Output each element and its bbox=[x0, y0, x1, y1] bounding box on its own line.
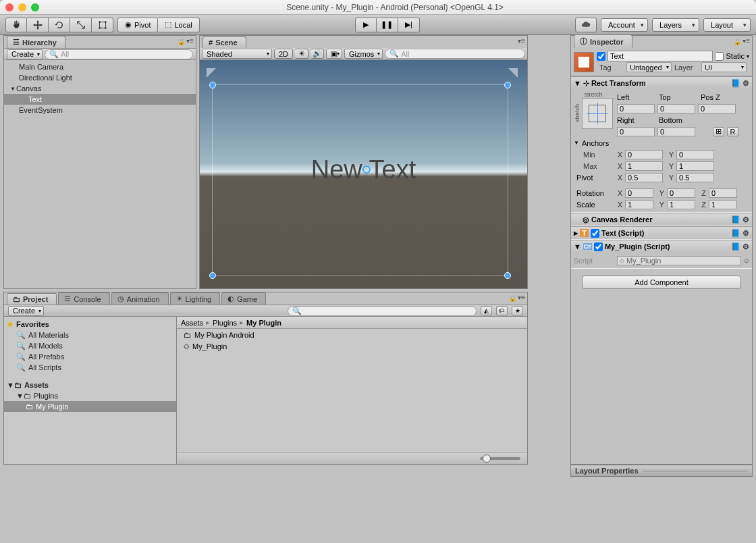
hand-tool-button[interactable] bbox=[5, 18, 27, 32]
hierarchy-item[interactable]: Text bbox=[4, 94, 196, 105]
console-tab[interactable]: ☰Console bbox=[58, 292, 109, 305]
rect-handle-tl[interactable] bbox=[209, 82, 216, 88]
gear-icon[interactable] bbox=[742, 79, 749, 88]
top-input[interactable] bbox=[657, 104, 695, 113]
anchor-preset-button[interactable] bbox=[582, 98, 613, 129]
lighting-toggle[interactable]: ☀ bbox=[295, 49, 308, 59]
hierarchy-tab[interactable]: ☰Hierarchy bbox=[7, 36, 65, 48]
close-window-button[interactable] bbox=[5, 3, 14, 11]
rect-handle-tr[interactable] bbox=[504, 82, 511, 88]
gear-icon[interactable] bbox=[742, 242, 749, 251]
inspector-tab[interactable]: ⓘInspector bbox=[574, 34, 632, 48]
rect-transform-header[interactable]: ▼ ⊹ Rect Transform 📘 bbox=[571, 77, 752, 89]
project-search-input[interactable]: 🔍 bbox=[288, 306, 477, 316]
breadcrumb-current[interactable]: My Plugin bbox=[246, 319, 281, 327]
anchors-fold[interactable]: ▼ bbox=[574, 140, 579, 146]
text-enabled-checkbox[interactable] bbox=[591, 229, 599, 238]
search-by-type-button[interactable]: ◭ bbox=[481, 306, 492, 315]
tag-dropdown[interactable]: Untagged bbox=[626, 62, 672, 72]
gear-icon[interactable] bbox=[742, 229, 749, 238]
scale-z[interactable] bbox=[709, 200, 737, 209]
effects-dropdown[interactable]: ▣ bbox=[326, 49, 342, 59]
project-tree-item[interactable]: 🔍All Scripts bbox=[4, 362, 176, 373]
raw-edit-button[interactable]: R bbox=[727, 127, 738, 136]
lighting-tab[interactable]: ☀Lighting bbox=[170, 292, 221, 305]
pause-button[interactable]: ❚❚ bbox=[377, 18, 398, 32]
help-icon[interactable]: 📘 bbox=[731, 229, 740, 238]
left-input[interactable] bbox=[617, 104, 655, 113]
project-tree-item[interactable]: ▼🗀Assets bbox=[4, 380, 176, 390]
breadcrumb-item[interactable]: Assets bbox=[181, 319, 203, 327]
search-by-label-button[interactable]: 🏷 bbox=[496, 306, 508, 315]
rot-y[interactable] bbox=[667, 188, 695, 198]
hierarchy-search-input[interactable]: 🔍All bbox=[45, 49, 193, 59]
rot-z[interactable] bbox=[709, 188, 737, 198]
project-menu[interactable]: ▾≡ bbox=[509, 294, 525, 302]
hierarchy-item[interactable]: EventSystem bbox=[4, 105, 196, 115]
posz-input[interactable] bbox=[698, 104, 736, 113]
script-field-value[interactable]: ◇My_Plugin bbox=[617, 256, 741, 265]
anchor-min-x[interactable] bbox=[625, 150, 663, 159]
scale-x[interactable] bbox=[625, 200, 653, 209]
gameobject-name-input[interactable] bbox=[608, 51, 713, 61]
gear-icon[interactable] bbox=[742, 215, 749, 224]
rect-tool-button[interactable] bbox=[92, 18, 113, 32]
blueprint-mode-button[interactable]: ⊞ bbox=[713, 127, 724, 136]
draw-mode-dropdown[interactable]: Shaded bbox=[202, 49, 272, 59]
pivot-mode-button[interactable]: ◉Pivot bbox=[117, 18, 158, 32]
inspector-menu[interactable]: ▾≡ bbox=[734, 37, 750, 45]
audio-toggle[interactable]: 🔊 bbox=[310, 49, 324, 59]
scale-y[interactable] bbox=[667, 200, 695, 209]
asset-item[interactable]: ◇My_Plugin bbox=[177, 340, 527, 352]
right-input[interactable] bbox=[617, 127, 655, 136]
add-component-button[interactable]: Add Component bbox=[582, 276, 741, 289]
project-tree-item[interactable]: 🗀My Plugin bbox=[4, 401, 176, 412]
project-tree-item[interactable]: 🔍All Prefabs bbox=[4, 351, 176, 362]
my-plugin-header[interactable]: ▼C#My_Plugin (Script)📘 bbox=[571, 240, 752, 253]
anchor-max-y[interactable] bbox=[676, 161, 714, 171]
canvas-renderer-header[interactable]: ◎Canvas Renderer📘 bbox=[571, 213, 752, 226]
project-tree-item[interactable]: ▼🗀Plugins bbox=[4, 390, 176, 401]
handle-rotation-button[interactable]: ⬚Local bbox=[158, 18, 199, 32]
fold-icon[interactable]: ▼ bbox=[9, 86, 16, 92]
project-tab[interactable]: 🗀Project bbox=[7, 293, 57, 305]
gizmos-dropdown[interactable]: Gizmos bbox=[344, 49, 383, 59]
layer-dropdown[interactable]: UI bbox=[701, 62, 747, 72]
anchor-max-x[interactable] bbox=[625, 161, 663, 171]
scene-menu[interactable]: ▾≡ bbox=[518, 37, 525, 45]
hierarchy-create-dropdown[interactable]: Create bbox=[7, 49, 43, 59]
maximize-window-button[interactable] bbox=[31, 3, 39, 11]
save-search-button[interactable]: ★ bbox=[512, 306, 523, 315]
scene-view[interactable]: New Text bbox=[200, 60, 527, 288]
gameobject-active-checkbox[interactable] bbox=[597, 52, 605, 61]
static-checkbox[interactable] bbox=[715, 52, 724, 61]
help-icon[interactable]: 📘 bbox=[731, 242, 740, 251]
layout-properties-header[interactable]: Layout Properties bbox=[570, 465, 753, 477]
rotate-tool-button[interactable] bbox=[49, 18, 70, 32]
bottom-input[interactable] bbox=[657, 127, 695, 136]
hierarchy-item[interactable]: ▼Canvas bbox=[4, 83, 196, 94]
object-picker-icon[interactable]: ⊙ bbox=[744, 257, 749, 264]
asset-item[interactable]: 🗀My Plugin Android bbox=[177, 329, 527, 340]
scene-search-input[interactable]: 🔍All bbox=[385, 49, 525, 59]
move-tool-button[interactable] bbox=[27, 18, 49, 32]
hierarchy-item[interactable]: Directional Light bbox=[4, 72, 196, 83]
pivot-y[interactable] bbox=[676, 173, 714, 182]
hierarchy-menu[interactable]: ▾≡ bbox=[178, 37, 194, 45]
animation-tab[interactable]: ◷Animation bbox=[111, 292, 169, 305]
thumbnail-size-slider[interactable] bbox=[480, 457, 520, 460]
cloud-button[interactable] bbox=[575, 18, 597, 32]
text-script-header[interactable]: ▶TText (Script)📘 bbox=[571, 227, 752, 239]
step-button[interactable]: ▶| bbox=[398, 18, 420, 32]
gameobject-icon[interactable] bbox=[574, 52, 594, 72]
hierarchy-item[interactable]: Main Camera bbox=[4, 61, 196, 72]
rect-handle-bl[interactable] bbox=[209, 272, 216, 279]
help-icon[interactable]: 📘 bbox=[731, 79, 740, 88]
pivot-x[interactable] bbox=[625, 173, 663, 182]
account-dropdown[interactable]: Account bbox=[601, 18, 648, 32]
project-tree-item[interactable]: ★Favorites bbox=[4, 319, 176, 330]
project-tree-item[interactable]: 🔍All Materials bbox=[4, 330, 176, 340]
minimize-window-button[interactable] bbox=[18, 3, 26, 11]
mode-2d-toggle[interactable]: 2D bbox=[274, 49, 293, 59]
rect-handle-br[interactable] bbox=[504, 272, 511, 279]
